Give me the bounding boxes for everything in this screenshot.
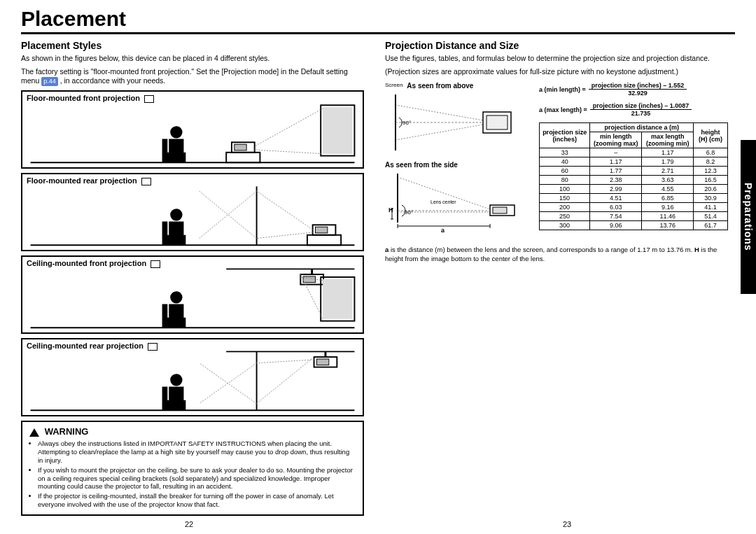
table-cell: 2.99: [590, 185, 642, 194]
table-row: 2507.5411.4651.4: [540, 212, 728, 221]
diagrams-column: Screen As seen from above 90° As seen fr…: [385, 82, 525, 240]
table-cell: 200: [540, 203, 590, 212]
svg-rect-46: [493, 207, 507, 213]
angle-label: 90°: [402, 120, 411, 126]
style-box-ceiling-front: Ceiling-mounted front projection: [21, 255, 364, 334]
table-cell: 30.9: [694, 194, 728, 203]
table-cell: 300: [540, 221, 590, 230]
table-row: 802.383.6316.5: [540, 176, 728, 185]
table-cell: 7.54: [590, 212, 642, 221]
svg-rect-13: [169, 222, 183, 239]
svg-rect-5: [226, 153, 260, 162]
warning-item: If you wish to mount the projector on th…: [38, 466, 356, 491]
formula-min-den: 32.929: [589, 90, 687, 97]
style-box-floor-front: Floor-mounted front projection: [21, 90, 364, 169]
svg-rect-23: [169, 304, 183, 321]
placement-styles-heading: Placement Styles: [21, 40, 364, 51]
table-row: 2006.039.1641.1: [540, 203, 728, 212]
footnote-text: is the distance (m) between the lens and…: [391, 246, 694, 253]
svg-text:90°: 90°: [405, 209, 413, 216]
warning-item: Always obey the instructions listed in I…: [38, 440, 356, 465]
svg-rect-27: [303, 276, 315, 283]
section-tab-preparations: Preparations: [741, 140, 756, 294]
svg-rect-39: [316, 359, 328, 365]
table-cell: 13.76: [642, 221, 694, 230]
warning-triangle-icon: [29, 428, 39, 437]
formula-min-num: projection size (inches) – 1.552: [589, 82, 687, 90]
page-title: Placement: [21, 7, 735, 34]
svg-point-4: [170, 126, 182, 138]
table-cell: 61.7: [694, 221, 728, 230]
th-min: min length (zooming max): [590, 132, 642, 148]
table-cell: 6.03: [590, 203, 642, 212]
table-cell: 51.4: [694, 212, 728, 221]
table-cell: 100: [540, 185, 590, 194]
table-cell: 40: [540, 157, 590, 167]
table-cell: –: [590, 148, 642, 157]
svg-rect-29: [323, 279, 352, 319]
th-proj-dist: projection distance a (m): [590, 123, 694, 132]
table-cell: 8.2: [694, 157, 728, 167]
table-cell: 20.6: [694, 185, 728, 194]
side-label: As seen from the side: [385, 161, 525, 169]
table-cell: 2.71: [642, 167, 694, 176]
table-cell: 250: [540, 212, 590, 221]
projection-heading: Projection Distance and Size: [385, 40, 728, 51]
table-cell: 1.17: [590, 157, 642, 167]
table-cell: 12.3: [694, 167, 728, 176]
table-cell: 2.38: [590, 176, 642, 185]
table-cell: 3.63: [642, 176, 694, 185]
screen-label: Screen: [385, 82, 402, 88]
table-row: 33–1.176.8: [540, 148, 728, 157]
right-column: Projection Distance and Size Use the fig…: [385, 40, 735, 516]
svg-rect-7: [234, 144, 246, 150]
intro-2b: , in accordance with your needs.: [60, 76, 166, 85]
table-cell: 1.17: [642, 148, 694, 157]
table-row: 401.171.798.2: [540, 157, 728, 167]
svg-rect-34: [169, 387, 183, 404]
footnote-a: a: [385, 246, 388, 253]
table-cell: 11.46: [642, 212, 694, 221]
table-cell: 33: [540, 148, 590, 157]
table-cell: 16.5: [694, 176, 728, 185]
warning-item: If the projector is ceiling-mounted, ins…: [38, 492, 356, 509]
footnote-h: H: [694, 246, 699, 253]
page-number-right: 23: [563, 520, 571, 528]
svg-rect-12: [162, 222, 168, 246]
svg-rect-16: [307, 235, 341, 245]
formula-max-num: projection size (inches) – 1.0087: [590, 102, 692, 110]
svg-rect-18: [316, 227, 328, 233]
table-cell: 41.1: [694, 203, 728, 212]
styles-intro-2: The factory setting is "floor-mounted fr…: [21, 67, 364, 86]
formula-min: a (min length) = projection size (inches…: [539, 82, 728, 97]
svg-rect-9: [323, 107, 352, 154]
styles-intro-1: As shown in the figures below, this devi…: [21, 54, 364, 63]
th-height: height (H) (cm): [694, 123, 728, 148]
svg-rect-3: [169, 139, 183, 156]
table-cell: 9.06: [590, 221, 642, 230]
table-cell: 6.85: [642, 194, 694, 203]
table-cell: 80: [540, 176, 590, 185]
svg-rect-33: [162, 387, 168, 411]
projection-table: projection size (inches) projection dist…: [539, 122, 728, 230]
warning-list: Always obey the instructions listed in I…: [29, 440, 356, 509]
style-box-ceiling-rear: Ceiling-mounted rear projection: [21, 338, 364, 416]
lens-center-label: Lens center: [430, 199, 456, 204]
page-ref-badge: p.44: [41, 77, 58, 86]
table-row: 1002.994.5520.6: [540, 185, 728, 194]
table-cell: 1.77: [590, 167, 642, 176]
table-cell: 9.16: [642, 203, 694, 212]
svg-point-14: [170, 209, 182, 220]
table-cell: 1.79: [642, 157, 694, 167]
svg-rect-2: [162, 139, 168, 163]
left-column: Placement Styles As shown in the figures…: [21, 40, 364, 516]
table-cell: 150: [540, 194, 590, 203]
table-cell: 6.8: [694, 148, 728, 157]
style-box-floor-rear: Floor-mounted rear projection: [21, 173, 364, 251]
formula-max-den: 21.735: [590, 110, 692, 117]
page-numbers: 22 23: [0, 520, 756, 528]
formulas-and-table: a (min length) = projection size (inches…: [539, 82, 728, 240]
diagram-side: Lens center 90° H a: [385, 170, 525, 233]
table-cell: 4.51: [590, 194, 642, 203]
svg-rect-22: [162, 304, 168, 328]
